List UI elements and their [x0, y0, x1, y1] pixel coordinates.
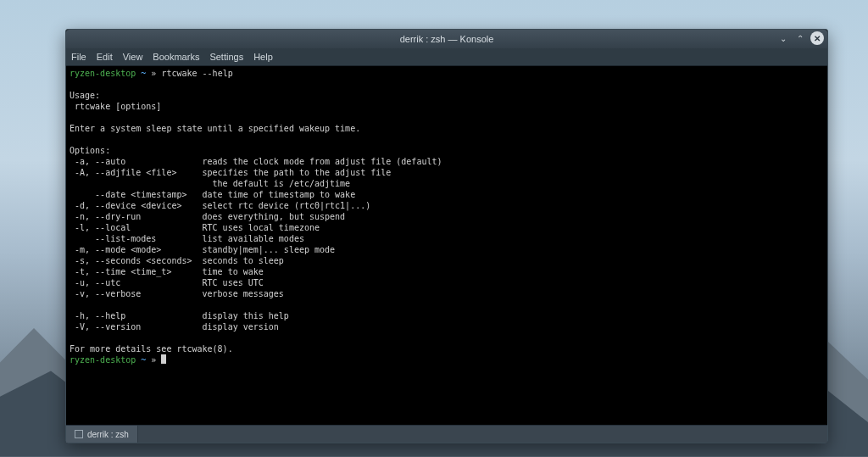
menubar: File Edit View Bookmarks Settings Help — [66, 48, 827, 66]
tab-label: derrik : zsh — [87, 430, 129, 439]
menu-view[interactable]: View — [123, 52, 143, 62]
minimize-button[interactable]: ⌄ — [776, 31, 790, 45]
terminal-icon — [75, 430, 83, 438]
terminal-viewport[interactable]: ryzen-desktop ~ » rtcwake --help Usage: … — [66, 66, 827, 425]
close-button[interactable]: ✕ — [810, 31, 824, 45]
tab-session[interactable]: derrik : zsh — [66, 426, 138, 443]
window-titlebar[interactable]: derrik : zsh — Konsole ⌄ ⌃ ✕ — [66, 30, 827, 48]
menu-settings[interactable]: Settings — [209, 52, 243, 62]
desktop-wallpaper: derrik : zsh — Konsole ⌄ ⌃ ✕ File Edit V… — [0, 0, 868, 457]
window-title: derrik : zsh — Konsole — [66, 34, 827, 44]
maximize-button[interactable]: ⌃ — [793, 31, 807, 45]
tab-bar: derrik : zsh — [66, 425, 827, 443]
menu-help[interactable]: Help — [253, 52, 273, 62]
konsole-window: derrik : zsh — Konsole ⌄ ⌃ ✕ File Edit V… — [65, 29, 828, 443]
menu-bookmarks[interactable]: Bookmarks — [153, 52, 199, 62]
window-controls: ⌄ ⌃ ✕ — [776, 31, 824, 45]
menu-file[interactable]: File — [71, 52, 86, 62]
menu-edit[interactable]: Edit — [97, 52, 113, 62]
